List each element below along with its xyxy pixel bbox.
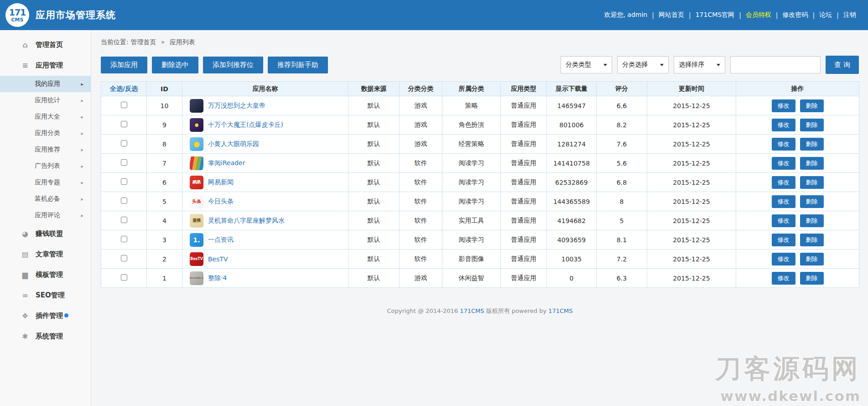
row-checkbox[interactable] [121, 159, 127, 166]
cell-downloads: 1281274 [547, 135, 597, 154]
cell-id: 8 [147, 135, 182, 154]
sidebar-item-app-comments[interactable]: 应用评论▸ [0, 207, 91, 224]
cell-id: 10 [147, 96, 182, 115]
cell-checkbox [101, 115, 147, 135]
sidebar-item-app-management[interactable]: ≡应用管理 [0, 55, 91, 76]
sidebar-item-template-management[interactable]: ▆模板管理 [0, 265, 91, 285]
column-header-3: 数据来源 [348, 82, 400, 96]
delete-button[interactable]: 删除 [800, 272, 824, 285]
cell-category: 软件 [400, 173, 442, 192]
search-button[interactable]: 查 询 [826, 56, 859, 74]
sidebar-item-essential-apps[interactable]: 装机必备▸ [0, 191, 91, 207]
delete-button[interactable]: 删除 [800, 214, 824, 227]
row-checkbox[interactable] [121, 274, 127, 281]
category-type-select[interactable]: 分类类型 [561, 56, 612, 73]
edit-button[interactable]: 修改 [772, 119, 795, 131]
logo[interactable]: 171 CMS [5, 3, 29, 27]
cell-apptype: 普通应用 [501, 269, 547, 288]
row-checkbox[interactable] [121, 255, 127, 261]
sidebar-item-app-recommend[interactable]: 应用推荐▸ [0, 141, 91, 158]
edit-button[interactable]: 修改 [772, 253, 795, 265]
app-name-link[interactable]: 万万没想到之大皇帝 [208, 102, 265, 110]
link-site-home[interactable]: 网站首页 [659, 11, 684, 19]
sidebar-item-ad-list[interactable]: 广告列表▸ [0, 158, 91, 174]
nav-separator: | [776, 11, 778, 19]
edit-button[interactable]: 修改 [772, 214, 795, 227]
delete-button[interactable]: 删除 [800, 119, 824, 131]
cell-updated: 2015-12-25 [647, 154, 736, 173]
cell-id: 7 [147, 154, 182, 173]
row-checkbox[interactable] [121, 121, 127, 127]
app-name-link[interactable]: 小黄人大眼萌乐园 [208, 140, 259, 148]
row-checkbox[interactable] [121, 236, 127, 242]
sidebar-item-app-all[interactable]: 应用大全▸ [0, 109, 91, 125]
add-to-recommend-button[interactable]: 添加到推荐位 [203, 57, 263, 73]
cell-id: 6 [147, 173, 182, 192]
dropdown-arrow-icon [603, 64, 607, 66]
delete-button[interactable]: 删除 [800, 138, 824, 151]
app-name-link[interactable]: 灵机算命八字星座解梦风水 [208, 217, 285, 225]
row-checkbox[interactable] [121, 140, 127, 146]
footer-brand-link-1[interactable]: 171CMS [460, 307, 484, 314]
link-vip[interactable]: 会员特权 [746, 11, 771, 19]
folder-icon: ▆ [20, 271, 30, 279]
add-app-button[interactable]: 添加应用 [101, 57, 147, 73]
cell-source: 默认 [348, 250, 400, 269]
app-icon: Divisible-4 [190, 271, 203, 285]
main-content: 当前位置: 管理首页 » 应用列表 添加应用删除选中添加到推荐位推荐到新手助 分… [92, 30, 868, 406]
app-name-link[interactable]: 掌阅iReader [208, 159, 245, 167]
edit-button[interactable]: 修改 [772, 99, 795, 112]
recommend-to-newbie-button[interactable]: 推荐到新手助 [268, 57, 328, 73]
row-checkbox[interactable] [121, 102, 127, 108]
app-name-link[interactable]: 今日头条 [208, 198, 234, 206]
link-change-password[interactable]: 修改密码 [783, 11, 808, 19]
sidebar-item-plugin-management[interactable]: ❖插件管理 [0, 306, 91, 326]
sidebar-item-app-categories[interactable]: 应用分类▸ [0, 125, 91, 141]
delete-button[interactable]: 删除 [800, 195, 824, 208]
sort-select[interactable]: 选择排序 [674, 56, 725, 73]
cell-score: 8.1 [597, 230, 647, 250]
edit-button[interactable]: 修改 [772, 234, 795, 246]
app-name-link[interactable]: 整除·4 [208, 274, 227, 282]
link-logout[interactable]: 注销 [843, 11, 856, 19]
edit-button[interactable]: 修改 [772, 272, 795, 285]
link-forum[interactable]: 论坛 [819, 11, 832, 19]
row-checkbox[interactable] [121, 178, 127, 185]
cell-updated: 2015-12-25 [647, 173, 736, 192]
edit-button[interactable]: 修改 [772, 195, 795, 208]
edit-button[interactable]: 修改 [772, 176, 795, 189]
row-checkbox[interactable] [121, 198, 127, 204]
select-all-link[interactable]: 全选/反选 [110, 85, 138, 92]
edit-button[interactable]: 修改 [772, 157, 795, 170]
app-name-link[interactable]: BesTV [208, 255, 228, 263]
delete-button[interactable]: 删除 [800, 253, 824, 265]
sidebar-item-seo-management[interactable]: ∞SEO管理 [0, 285, 91, 306]
footer-brand-link-2[interactable]: 171CMS [548, 307, 572, 314]
delete-selected-button[interactable]: 删除选中 [152, 57, 198, 73]
cell-id: 1 [147, 269, 182, 288]
sidebar-item-my-apps[interactable]: 我的应用▸ [0, 76, 91, 92]
home-icon: ⌂ [20, 41, 30, 49]
footer: Copyright @ 2014-2016 171CMS 版权所有 powere… [101, 307, 859, 315]
edit-button[interactable]: 修改 [772, 138, 795, 151]
search-input[interactable] [730, 56, 821, 73]
app-icon: ● [190, 118, 203, 132]
row-checkbox[interactable] [121, 217, 127, 223]
delete-button[interactable]: 删除 [800, 99, 824, 112]
sidebar-item-dashboard[interactable]: ⌂管理首页 [0, 35, 91, 55]
delete-button[interactable]: 删除 [800, 157, 824, 170]
cell-apptype: 普通应用 [501, 250, 547, 269]
delete-button[interactable]: 删除 [800, 176, 824, 189]
app-name-link[interactable]: 一点资讯 [208, 236, 234, 244]
sidebar-item-system-management[interactable]: ✱系统管理 [0, 326, 91, 347]
breadcrumb-home-link[interactable]: 管理首页 [130, 38, 156, 46]
link-official-site[interactable]: 171CMS官网 [696, 11, 734, 19]
app-name-link[interactable]: 十万个大魔王(点爆皮卡丘) [208, 121, 283, 129]
category-select[interactable]: 分类选择 [617, 56, 669, 73]
sidebar-item-app-topics[interactable]: 应用专题▸ [0, 174, 91, 191]
delete-button[interactable]: 删除 [800, 234, 824, 246]
sidebar-item-app-stats[interactable]: 应用统计▸ [0, 92, 91, 109]
sidebar-item-money-union[interactable]: ◕赚钱联盟 [0, 224, 91, 244]
app-name-link[interactable]: 网易新闻 [208, 178, 234, 187]
sidebar-item-article-management[interactable]: ▤文章管理 [0, 244, 91, 265]
